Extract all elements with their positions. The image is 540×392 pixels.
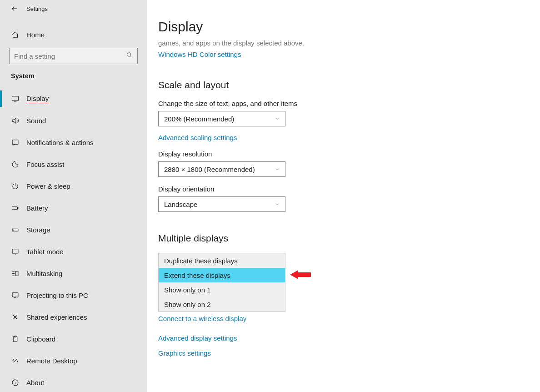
- nav-label: Focus assist: [26, 161, 64, 168]
- storage-icon: [11, 226, 19, 234]
- svg-point-5: [13, 230, 14, 230]
- sidebar-item-notifications[interactable]: Notifications & actions: [0, 131, 147, 153]
- svg-rect-8: [15, 271, 18, 276]
- link-hd-color-settings[interactable]: Windows HD Color settings: [158, 50, 241, 58]
- svg-rect-2: [12, 140, 18, 144]
- page-subdesc: games, and apps on the display selected …: [158, 39, 540, 47]
- combo-text-size[interactable]: 200% (Recommended): [158, 111, 285, 126]
- search-icon: [126, 52, 133, 60]
- sound-icon: [11, 117, 19, 125]
- svg-rect-1: [12, 96, 18, 100]
- nav-label: Battery: [26, 204, 48, 212]
- nav-label: Tablet mode: [26, 248, 64, 256]
- red-arrow-annotation-icon: [290, 269, 311, 280]
- option-show-only-2[interactable]: Show only on 2: [159, 297, 285, 312]
- link-advanced-display-settings[interactable]: Advanced display settings: [158, 334, 540, 342]
- nav-label: Remote Desktop: [26, 357, 77, 365]
- heading-multiple-displays: Multiple displays: [158, 233, 540, 244]
- sidebar-item-shared-experiences[interactable]: Shared experiences: [0, 306, 147, 328]
- links-after-multiple: Connect to a wireless display Advanced d…: [158, 315, 540, 357]
- sidebar-item-remote-desktop[interactable]: Remote Desktop: [0, 350, 147, 372]
- about-icon: [11, 379, 19, 387]
- nav-label: Multitasking: [26, 270, 62, 277]
- combo-display-resolution[interactable]: 2880 × 1800 (Recommended): [158, 161, 285, 177]
- battery-icon: [11, 204, 19, 212]
- nav-label: Projecting to this PC: [26, 291, 88, 299]
- settings-title: Settings: [26, 5, 48, 12]
- nav-label: Display: [26, 95, 49, 103]
- nav-label: Storage: [26, 226, 50, 234]
- link-graphics-settings[interactable]: Graphics settings: [158, 349, 540, 357]
- sidebar-item-battery[interactable]: Battery: [0, 197, 147, 219]
- chevron-down-icon: [270, 166, 285, 172]
- combo-display-orientation[interactable]: Landscape: [158, 196, 285, 212]
- category-system: System: [0, 66, 147, 82]
- sidebar-item-sound[interactable]: Sound: [0, 110, 147, 131]
- combo-orientation-value: Landscape: [159, 201, 270, 208]
- svg-point-0: [127, 53, 131, 56]
- sidebar-top-bar: Settings: [0, 0, 147, 17]
- label-text-size: Change the size of text, apps, and other…: [158, 100, 540, 107]
- link-connect-wireless-display[interactable]: Connect to a wireless display: [158, 315, 540, 322]
- sidebar-item-power-sleep[interactable]: Power & sleep: [0, 175, 147, 197]
- sidebar-item-projecting[interactable]: Projecting to this PC: [0, 284, 147, 306]
- tablet-mode-icon: [11, 248, 19, 256]
- sidebar-item-tablet-mode[interactable]: Tablet mode: [0, 241, 147, 262]
- home-label: Home: [26, 31, 45, 39]
- svg-point-7: [15, 254, 15, 254]
- search-input[interactable]: [10, 52, 137, 60]
- combo-resolution-value: 2880 × 1800 (Recommended): [159, 166, 270, 173]
- label-display-resolution: Display resolution: [158, 150, 540, 158]
- shared-experiences-icon: [11, 313, 19, 321]
- settings-sidebar: Settings Home System Display Sound: [0, 0, 147, 392]
- nav-label: About: [26, 379, 44, 387]
- sidebar-item-multitasking[interactable]: Multitasking: [0, 262, 147, 284]
- page-title: Display: [158, 19, 540, 35]
- chevron-down-icon: [270, 116, 285, 121]
- projecting-icon: [11, 291, 19, 299]
- dropdown-multiple-displays[interactable]: Duplicate these displays Extend these di…: [158, 253, 285, 312]
- back-button[interactable]: [6, 0, 23, 17]
- option-duplicate-displays[interactable]: Duplicate these displays: [159, 253, 285, 268]
- clipboard-icon: [11, 335, 19, 343]
- focus-assist-icon: [11, 161, 19, 168]
- main-content: Display games, and apps on the display s…: [147, 0, 540, 392]
- svg-rect-9: [12, 292, 18, 297]
- heading-scale-layout: Scale and layout: [158, 80, 540, 90]
- section-scale-layout: Scale and layout Change the size of text…: [158, 80, 540, 212]
- section-multiple-displays: Multiple displays Duplicate these displa…: [158, 233, 540, 357]
- svg-rect-3: [12, 206, 17, 209]
- search-container: [0, 43, 147, 66]
- search-box[interactable]: [9, 48, 138, 64]
- chevron-down-icon: [270, 201, 285, 207]
- nav-label: Shared experiences: [26, 313, 87, 321]
- nav-label: Clipboard: [26, 335, 55, 343]
- nav-label: Power & sleep: [26, 182, 70, 190]
- nav-label: Notifications & actions: [26, 139, 94, 146]
- nav-label: Sound: [26, 117, 46, 125]
- option-show-only-1[interactable]: Show only on 1: [159, 282, 285, 297]
- sidebar-item-about[interactable]: About: [0, 372, 147, 392]
- back-arrow-icon: [10, 5, 19, 13]
- label-display-orientation: Display orientation: [158, 185, 540, 193]
- home-icon: [11, 31, 19, 39]
- notifications-icon: [11, 139, 19, 146]
- nav-list: Display Sound Notifications & actions Fo…: [0, 88, 147, 392]
- sidebar-item-clipboard[interactable]: Clipboard: [0, 328, 147, 350]
- combo-text-size-value: 200% (Recommended): [159, 115, 270, 123]
- svg-rect-6: [12, 249, 18, 253]
- power-icon: [11, 182, 19, 190]
- option-extend-displays[interactable]: Extend these displays: [159, 268, 285, 282]
- sidebar-item-storage[interactable]: Storage: [0, 219, 147, 241]
- remote-desktop-icon: [11, 357, 19, 365]
- sidebar-item-home[interactable]: Home: [0, 26, 147, 43]
- link-advanced-scaling[interactable]: Advanced scaling settings: [158, 134, 237, 141]
- multitasking-icon: [11, 270, 19, 277]
- display-icon: [11, 95, 19, 103]
- sidebar-item-display[interactable]: Display: [0, 88, 147, 110]
- sidebar-item-focus-assist[interactable]: Focus assist: [0, 153, 147, 175]
